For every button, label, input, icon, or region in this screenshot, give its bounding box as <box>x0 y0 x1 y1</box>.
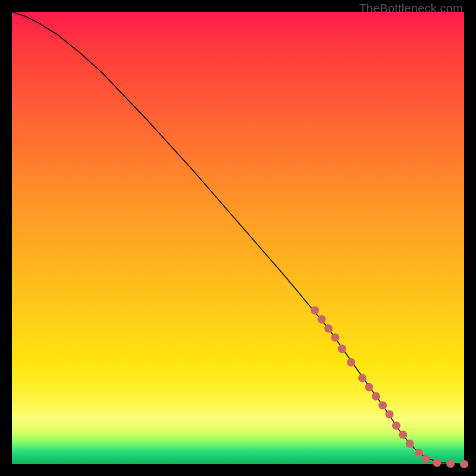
data-marker <box>399 431 407 439</box>
data-marker <box>372 392 380 400</box>
data-marker <box>415 449 423 457</box>
data-marker <box>386 410 394 418</box>
chart-frame: TheBottleneck.com <box>0 0 476 476</box>
data-marker <box>460 460 468 468</box>
data-marker <box>338 345 346 353</box>
data-marker <box>433 459 441 467</box>
plot-area <box>12 12 464 464</box>
data-marker <box>365 383 373 392</box>
data-marker <box>318 315 326 324</box>
data-marker <box>406 440 414 448</box>
data-marker <box>378 401 387 409</box>
data-marker <box>331 333 339 342</box>
curve-line <box>12 12 464 464</box>
data-marker <box>347 358 355 367</box>
data-marker <box>421 455 430 463</box>
data-marker <box>392 421 400 430</box>
marker-group <box>311 306 468 468</box>
data-marker <box>446 459 455 468</box>
data-marker <box>311 306 319 315</box>
data-marker <box>358 374 367 383</box>
chart-overlay <box>12 12 464 464</box>
data-marker <box>324 324 333 333</box>
